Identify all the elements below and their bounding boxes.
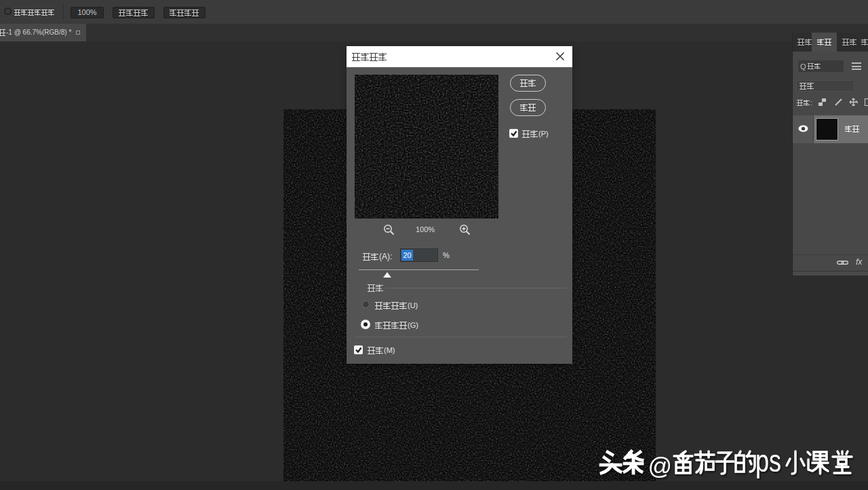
svg-text:@: @ <box>648 453 673 479</box>
svg-text:ps: ps <box>755 445 781 478</box>
